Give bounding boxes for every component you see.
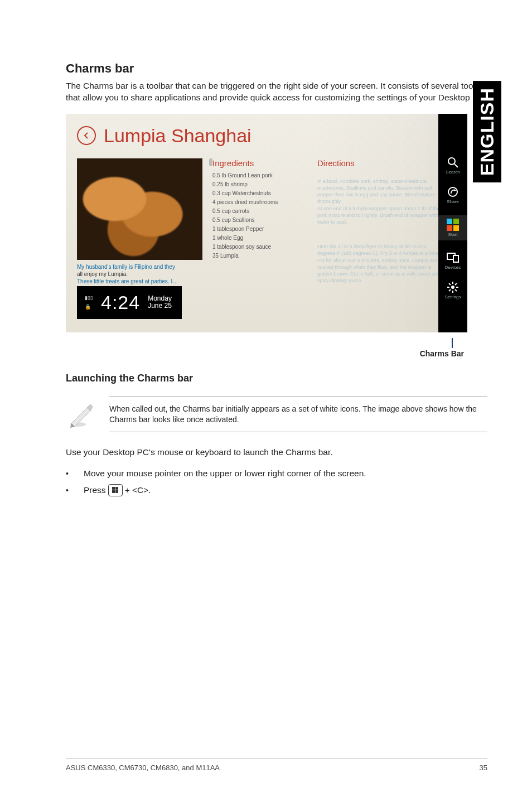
signal-icon: ▮▯▯ xyxy=(85,295,93,301)
devices-icon xyxy=(447,252,459,264)
step-2: Press + <C>. xyxy=(66,484,487,496)
charm-share[interactable]: Share xyxy=(438,186,467,204)
charm-search[interactable]: Search xyxy=(438,156,467,175)
ingredients-list: 0.5 lb Ground Lean pork 0.25 lb shrimp 0… xyxy=(212,171,307,260)
clock-widget: ▮▯▯ 🔒 4:24 Monday June 25 xyxy=(77,286,182,319)
start-icon xyxy=(447,219,459,231)
ingredients-heading: Ingredients xyxy=(212,158,307,168)
intro-paragraph: The Charms bar is a toolbar that can be … xyxy=(66,80,487,104)
recipe-title: Lumpia Shanghai xyxy=(104,125,252,147)
step-1: Move your mouse pointer on the upper or … xyxy=(66,468,487,479)
recipe-photo xyxy=(77,158,202,260)
instruction-text: Use your Desktop PC's mouse or keyboard … xyxy=(66,447,487,458)
screenshot-caption: Charms Bar xyxy=(66,349,467,358)
svg-line-13 xyxy=(449,289,451,291)
share-icon xyxy=(447,186,459,198)
footer-product: ASUS CM6330, CM6730, CM6830, and M11AA xyxy=(66,764,220,772)
note-text: When called out, the Charms bar initiall… xyxy=(109,397,487,432)
screenshot: Lumpia Shanghai My husband's family is F… xyxy=(66,114,467,332)
clock-day: Monday xyxy=(148,295,172,303)
directions-text: In a bowl, combine pork, shrimp, water-c… xyxy=(317,171,443,291)
svg-rect-5 xyxy=(453,255,458,262)
charm-settings[interactable]: Settings xyxy=(438,281,467,299)
callout-line xyxy=(452,338,453,348)
svg-marker-3 xyxy=(454,189,456,191)
section-heading: Charms bar xyxy=(66,61,487,76)
note-icon xyxy=(66,400,95,429)
windows-key-icon xyxy=(108,484,123,496)
settings-icon xyxy=(447,281,459,293)
lock-icon: 🔒 xyxy=(85,304,93,310)
search-icon xyxy=(447,156,459,168)
svg-point-6 xyxy=(451,286,454,289)
charm-start[interactable]: Start xyxy=(438,215,467,240)
back-button[interactable] xyxy=(77,126,96,145)
directions-heading: Directions xyxy=(317,158,443,168)
charms-bar: Search Share Start Devices xyxy=(438,114,467,332)
subsection-heading: Launching the Charms bar xyxy=(66,373,487,384)
charm-devices[interactable]: Devices xyxy=(438,252,467,270)
svg-line-12 xyxy=(455,289,457,291)
clock-date: June 25 xyxy=(148,302,172,310)
svg-line-14 xyxy=(455,283,457,285)
language-tab: ENGLISH xyxy=(473,81,501,182)
page-number: 35 xyxy=(480,764,487,772)
scroll-thumb[interactable] xyxy=(209,158,212,166)
svg-point-2 xyxy=(448,187,457,196)
clock-time: 4:24 xyxy=(101,292,140,313)
svg-point-0 xyxy=(448,158,455,165)
svg-line-1 xyxy=(454,164,458,167)
svg-line-11 xyxy=(449,283,451,285)
